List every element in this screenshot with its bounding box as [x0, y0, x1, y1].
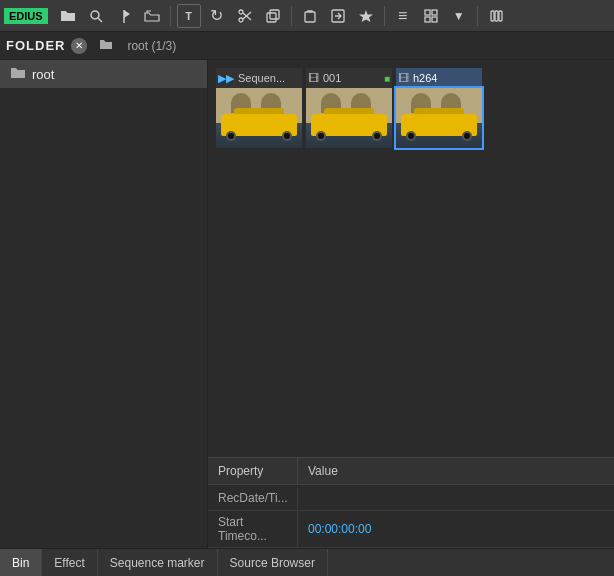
tab-bin[interactable]: Bin: [0, 549, 42, 577]
path-text: root (1/3): [127, 39, 176, 53]
car-wheel-right-h264: [462, 131, 472, 141]
main-toolbar: EDIUS T ↻ ≡ ▼: [0, 0, 614, 32]
svg-rect-15: [432, 17, 437, 22]
paste-button[interactable]: [298, 4, 322, 28]
car-wheel-right: [282, 131, 292, 141]
property-col-property: Property: [208, 458, 298, 484]
rotate-button[interactable]: ↻: [205, 4, 229, 28]
property-value-timecode: 00:00:00:00: [298, 518, 381, 540]
folder-button[interactable]: [56, 4, 80, 28]
car-wheel-left-h264: [406, 131, 416, 141]
property-col-value: Value: [298, 458, 348, 484]
car-image-sequence: [216, 88, 302, 148]
svg-rect-16: [491, 11, 494, 21]
folder-item-root[interactable]: root: [0, 60, 207, 88]
folder-name: root: [32, 67, 54, 82]
more-button[interactable]: ▼: [447, 4, 471, 28]
clips-area: ▶▶ Sequen...: [208, 60, 614, 457]
separator-2: [291, 6, 292, 26]
clip-thumbnail-h264[interactable]: [396, 88, 482, 148]
clip-item-sequence[interactable]: ▶▶ Sequen...: [216, 68, 302, 148]
list-view-button[interactable]: ≡: [391, 4, 415, 28]
tab-effect[interactable]: Effect: [42, 549, 97, 577]
clip-item-001[interactable]: 🎞 001 ■: [306, 68, 392, 148]
svg-rect-12: [425, 10, 430, 15]
clip-label-001: 001: [323, 72, 341, 84]
clip-label-sequence: Sequen...: [238, 72, 285, 84]
clip-header-001: 🎞 001 ■: [306, 68, 392, 88]
clip-header-h264: 🎞 h264: [396, 68, 482, 88]
path-bar: FOLDER ✕ root (1/3): [0, 32, 614, 60]
clip-item-h264[interactable]: 🎞 h264: [396, 68, 482, 148]
close-folder-button[interactable]: ✕: [71, 38, 87, 54]
separator-1: [170, 6, 171, 26]
svg-line-1: [98, 18, 102, 22]
property-key-recdate: RecDate/Ti...: [208, 487, 298, 509]
property-value-recdate: [298, 494, 318, 502]
svg-point-5: [239, 18, 243, 22]
clip-thumbnail-001[interactable]: [306, 88, 392, 148]
video-icon-001: 🎞: [308, 72, 319, 84]
property-panel: Property Value RecDate/Ti... Start Timec…: [208, 457, 614, 548]
app-logo: EDIUS: [4, 8, 48, 24]
property-row-recdate: RecDate/Ti...: [208, 485, 614, 511]
grid-view-button[interactable]: [419, 4, 443, 28]
svg-point-0: [91, 11, 99, 19]
sequence-icon: ▶▶: [218, 72, 234, 85]
car-wheel-left: [226, 131, 236, 141]
svg-rect-8: [270, 10, 279, 19]
separator-4: [477, 6, 478, 26]
settings-button[interactable]: [484, 4, 508, 28]
open-button[interactable]: [140, 4, 164, 28]
separator-3: [384, 6, 385, 26]
svg-rect-17: [495, 11, 498, 21]
svg-rect-13: [432, 10, 437, 15]
svg-line-7: [243, 12, 251, 19]
property-row-timecode: Start Timeco... 00:00:00:00: [208, 511, 614, 548]
search-button[interactable]: [84, 4, 108, 28]
svg-rect-9: [267, 13, 276, 22]
svg-rect-14: [425, 17, 430, 22]
folder-panel: root: [0, 60, 208, 548]
effect-button[interactable]: [354, 4, 378, 28]
car-image-h264: [396, 88, 482, 148]
car-image-001: [306, 88, 392, 148]
svg-rect-18: [499, 11, 502, 21]
bottom-tabs: Bin Effect Sequence marker Source Browse…: [0, 548, 614, 576]
right-panel: ▶▶ Sequen...: [208, 60, 614, 548]
svg-marker-2: [124, 10, 130, 18]
car-wheel-left-001: [316, 131, 326, 141]
tab-source-browser[interactable]: Source Browser: [218, 549, 328, 577]
video-icon-h264: 🎞: [398, 72, 409, 84]
property-header: Property Value: [208, 458, 614, 485]
car-wheel-right-001: [372, 131, 382, 141]
scissors-button[interactable]: [233, 4, 257, 28]
clip-thumbnail-sequence[interactable]: [216, 88, 302, 148]
folder-icon: [10, 66, 26, 82]
tab-sequence-marker[interactable]: Sequence marker: [98, 549, 218, 577]
clip-status-001: ■: [384, 73, 390, 84]
folder-label: FOLDER: [6, 38, 65, 53]
property-key-timecode: Start Timeco...: [208, 511, 298, 547]
svg-rect-10: [305, 12, 315, 22]
clip-header-sequence: ▶▶ Sequen...: [216, 68, 302, 88]
svg-point-4: [239, 10, 243, 14]
copy-button[interactable]: [261, 4, 285, 28]
svg-line-6: [243, 13, 251, 20]
export-button[interactable]: [326, 4, 350, 28]
flag-button[interactable]: [112, 4, 136, 28]
main-content: root ▶▶ Sequen...: [0, 60, 614, 548]
clip-label-h264: h264: [413, 72, 437, 84]
title-button[interactable]: T: [177, 4, 201, 28]
